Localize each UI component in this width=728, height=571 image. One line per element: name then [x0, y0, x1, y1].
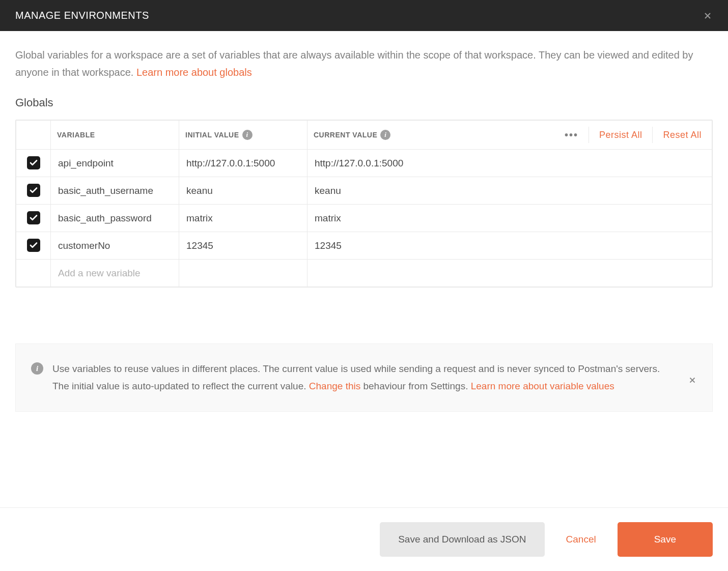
initial-value-cell[interactable]: keanu	[179, 185, 307, 196]
variable-cell[interactable]: api_endpoint	[51, 158, 179, 169]
close-icon[interactable]	[703, 11, 713, 21]
info-icon: i	[31, 362, 43, 375]
save-button[interactable]: Save	[618, 522, 713, 557]
info-icon[interactable]: i	[242, 130, 253, 140]
column-header-current: CURRENT VALUE i ••• Persist All Reset Al…	[307, 121, 712, 150]
modal-footer: Save and Download as JSON Cancel Save	[0, 507, 728, 571]
variable-cell[interactable]: basic_auth_password	[51, 213, 179, 224]
variable-cell[interactable]: customerNo	[51, 240, 179, 251]
learn-more-globals-link[interactable]: Learn more about globals	[136, 67, 252, 78]
new-initial-input[interactable]	[179, 260, 307, 287]
cancel-button[interactable]: Cancel	[560, 522, 602, 557]
table-row: api_endpoint http://127.0.0.1:5000 http:…	[16, 150, 712, 177]
reset-all-button[interactable]: Reset All	[653, 130, 712, 140]
save-download-json-button[interactable]: Save and Download as JSON	[380, 522, 544, 557]
current-value-cell[interactable]: http://127.0.0.1:5000	[307, 158, 712, 169]
banner-text: Use variables to reuse values in differe…	[52, 360, 674, 395]
info-banner: i Use variables to reuse values in diffe…	[15, 344, 713, 412]
new-current-input[interactable]	[307, 260, 712, 287]
current-value-cell[interactable]: 12345	[307, 240, 712, 251]
section-title: Globals	[15, 96, 713, 109]
table-row: basic_auth_password matrix matrix	[16, 205, 712, 232]
new-variable-row	[16, 260, 712, 287]
table-row: basic_auth_username keanu keanu	[16, 177, 712, 205]
learn-more-variables-link[interactable]: Learn more about variable values	[471, 381, 614, 391]
info-icon[interactable]: i	[380, 130, 390, 140]
close-banner-icon[interactable]	[688, 376, 697, 387]
change-this-link[interactable]: Change this	[309, 381, 360, 391]
row-checkbox[interactable]	[27, 156, 40, 169]
column-header-variable: VARIABLE	[51, 121, 179, 150]
column-header-checkbox	[16, 121, 51, 150]
initial-value-cell[interactable]: 12345	[179, 240, 307, 251]
modal-body: Global variables for a workspace are a s…	[0, 31, 728, 412]
description-text: Global variables for a workspace are a s…	[15, 46, 713, 81]
modal-header: MANAGE ENVIRONMENTS	[0, 0, 728, 31]
table-row: customerNo 12345 12345	[16, 232, 712, 260]
more-actions-icon[interactable]: •••	[554, 129, 589, 141]
current-value-cell[interactable]: keanu	[307, 185, 712, 196]
row-checkbox[interactable]	[27, 184, 40, 197]
modal-title: MANAGE ENVIRONMENTS	[15, 10, 149, 21]
new-variable-input[interactable]	[51, 260, 179, 287]
table-header-row: VARIABLE INITIAL VALUE i CURRENT VALUE i	[16, 121, 712, 150]
globals-table: VARIABLE INITIAL VALUE i CURRENT VALUE i	[15, 120, 713, 288]
current-value-cell[interactable]: matrix	[307, 213, 712, 224]
row-checkbox[interactable]	[27, 239, 40, 252]
column-header-initial: INITIAL VALUE i	[179, 121, 307, 150]
initial-value-cell[interactable]: http://127.0.0.1:5000	[179, 158, 307, 169]
initial-value-cell[interactable]: matrix	[179, 213, 307, 224]
row-checkbox[interactable]	[27, 211, 40, 224]
variable-cell[interactable]: basic_auth_username	[51, 185, 179, 196]
persist-all-button[interactable]: Persist All	[589, 130, 653, 140]
